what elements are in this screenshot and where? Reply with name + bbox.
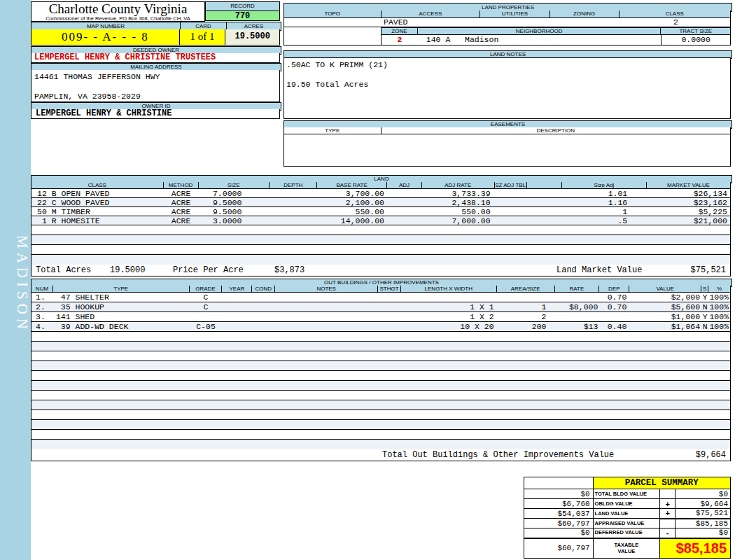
parcel-summary: PARCEL SUMMARY $0 TOTAL BLDG VALUE $0 $6…: [524, 477, 731, 559]
ob-col-type: TYPE: [53, 286, 190, 292]
empty-row: [31, 245, 730, 255]
total-acres-value: 19.5000: [110, 265, 145, 276]
empty-row: [31, 381, 730, 391]
ob-col-lxw: LENGTH X WIDTH: [401, 286, 497, 292]
land-notes-box: .50AC TO K PRIMM (21) 19.50 Total Acres: [284, 57, 731, 119]
land-col-blank: [527, 182, 562, 188]
tract-size-value: 0.0000: [661, 35, 730, 45]
out-buildings-total-label: Total Out Buildings & Other Improvements…: [382, 450, 614, 461]
land-properties-values: PAVED 2: [284, 18, 731, 27]
summary-row: $0 DEFERRED VALUE - $0: [524, 528, 731, 538]
ob-col-notes: NOTES: [275, 286, 378, 292]
land-col-sz-adj-tbl: SZ ADJ TBL: [495, 182, 527, 188]
topo-label: TOPO: [284, 10, 382, 18]
out-building-row: 3.141 SHED1 X 22$1,000Y100%: [31, 312, 730, 322]
ob-col-grade: GRADE: [190, 286, 223, 292]
land-row: 50 M TIMBERACRE9.5000550.00550.001$5,225: [31, 207, 730, 216]
access-label: ACCESS: [382, 10, 481, 18]
zone-values: 2 140 A Madison 0.0000: [381, 35, 731, 46]
taxable-value-row: $60,797 TAXABLE VALUE $85,185: [524, 538, 731, 559]
utilities-label: UTILITIES: [480, 10, 550, 18]
land-row: 22 C WOOD PAVEDACRE9.50002,100.002,438.1…: [31, 198, 730, 207]
empty-row: [31, 371, 730, 381]
land-table-body: 12 B OPEN PAVEDACRE7.00003,700.003,733.3…: [31, 189, 731, 265]
land-col-base-rate: BASE RATE: [317, 182, 387, 188]
land-market-value: $75,521: [691, 265, 726, 276]
topo-value-blank: [284, 27, 382, 46]
empty-row: [31, 410, 730, 420]
land-col-market-value: MARKET VALUE: [647, 182, 730, 188]
county-title: Charlotte County Virginia: [31, 2, 204, 16]
zone-header: ZONE NEIGHBORHOOD TRACT SIZE: [381, 27, 731, 35]
district-name: MADISON: [0, 235, 31, 333]
price-per-acre-value: $3,873: [274, 265, 304, 276]
empty-row: [31, 420, 730, 430]
easement-description-label: DESCRIPTION: [382, 127, 730, 134]
ob-col-value: VALUE: [629, 286, 701, 292]
zone-label: ZONE: [382, 28, 418, 34]
address-line2: PAMPLIN, VA 23958-2029: [34, 92, 141, 101]
district-sidebar: MADISON: [0, 0, 31, 560]
summary-row: $60,797 APPRAISED VALUE $85,185: [524, 519, 731, 528]
land-col-class: CLASS: [31, 182, 164, 188]
easements-header: TYPE DESCRIPTION: [284, 127, 731, 134]
ob-col-s: S: [701, 286, 708, 292]
land-col-adj: ADJ: [387, 182, 422, 188]
land-row: 1 R HOMESITEACRE3.000014,000.007,000.00.…: [31, 216, 730, 225]
empty-row: [31, 255, 730, 265]
land-table-header: CLASS METHOD SIZE DEPTH BASE RATE ADJ AD…: [31, 182, 731, 189]
out-building-row: 1. 47 SHELTERC0.70$2,000Y100%: [31, 293, 730, 302]
parcel-summary-title: PARCEL SUMMARY: [593, 477, 730, 489]
out-buildings-header: NUM TYPE GRADE YEAR COND NOTES STHGT LEN…: [31, 286, 731, 293]
land-totals-row: Total Acres 19.5000 Price Per Acre $3,87…: [31, 265, 731, 276]
ob-col-dep: DEP: [599, 286, 629, 292]
parcel-summary-header: PARCEL SUMMARY: [524, 477, 731, 489]
prior-blank-cell: [524, 477, 594, 489]
summary-row: $0 TOTAL BLDG VALUE $0: [524, 489, 731, 499]
ob-col-rate: RATE: [555, 286, 600, 292]
taxable-value-label: TAXABLE VALUE: [593, 538, 660, 559]
land-col-size-adj: Size Adj: [562, 182, 648, 188]
price-per-acre-label: Price Per Acre: [173, 265, 244, 276]
neighborhood-value: 140 A Madison: [418, 35, 662, 45]
ob-col-num: NUM: [31, 286, 53, 292]
land-row: 12 B OPEN PAVEDACRE7.00003,700.003,733.3…: [31, 189, 730, 198]
easement-type-label: TYPE: [284, 127, 382, 134]
card-value: 1 of 1: [180, 29, 226, 45]
empty-row: [31, 361, 730, 371]
empty-row: [31, 225, 730, 235]
ob-col-year: YEAR: [222, 286, 252, 292]
empty-row: [31, 391, 730, 400]
property-record-card: MADISON Charlotte County Virginia Commis…: [0, 0, 735, 560]
land-market-value-label: Land Market Value: [556, 265, 642, 276]
parcel-id-values: 009- - A- - - 8 1 of 1 19.5000: [31, 29, 280, 46]
out-buildings-total-value: $9,664: [696, 450, 726, 461]
county-header: Charlotte County Virginia Commissioner o…: [31, 1, 205, 22]
easements-body: [284, 134, 731, 167]
land-col-size: SIZE: [199, 182, 270, 188]
zone-value: 2: [382, 35, 418, 45]
summary-row: $54,037 LAND VALUE + $75,521: [524, 509, 731, 519]
out-building-row: 4. 39 ADD-WD DECKC-0510 X 20200$130.40$1…: [31, 322, 730, 332]
out-buildings-total-row: Total Out Buildings & Other Improvements…: [31, 449, 731, 461]
land-col-depth: DEPTH: [270, 182, 317, 188]
record-value: 770: [205, 11, 280, 21]
record-box: RECORD 770: [205, 1, 280, 21]
map-number-value: 009- - A- - - 8: [31, 29, 180, 45]
empty-row: [31, 351, 730, 361]
access-value: PAVED: [384, 18, 408, 27]
ob-col-area: AREA/SIZE: [497, 286, 555, 292]
mailing-address-box: 14461 THOMAS JEFFERSON HWY PAMPLIN, VA 2…: [31, 70, 280, 102]
empty-row: [31, 332, 730, 342]
empty-row: [31, 440, 730, 449]
empty-row: [31, 400, 730, 410]
tract-size-label: TRACT SIZE: [661, 28, 730, 34]
record-label: RECORD: [205, 1, 280, 11]
taxable-prior-value: $60,797: [524, 538, 594, 559]
empty-row: [31, 235, 730, 245]
total-acres-label: Total Acres: [36, 265, 91, 276]
land-note-line1: .50AC TO K PRIMM (21): [286, 60, 388, 69]
land-col-adj-rate: ADJ RATE: [422, 182, 495, 188]
owner-id-value: LEMPERGEL HENRY & CHRISTINE: [31, 109, 280, 119]
ob-col-comp: % COMP: [708, 286, 730, 292]
